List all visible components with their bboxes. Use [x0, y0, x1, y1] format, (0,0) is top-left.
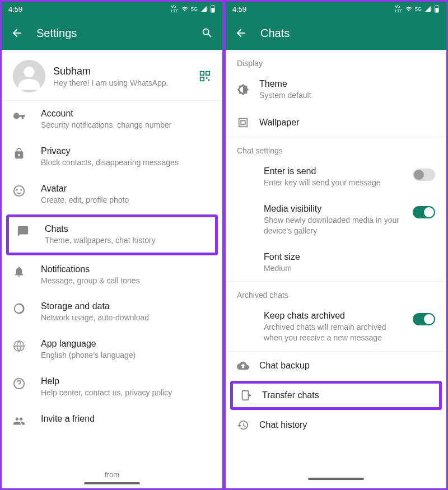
- svg-rect-16: [435, 8, 438, 12]
- header-title: Settings: [36, 27, 188, 40]
- status-bar: 4:59 VoLTE 5G: [2, 2, 222, 16]
- svg-rect-4: [200, 72, 204, 75]
- key-icon: [13, 110, 25, 122]
- wallpaper-icon: [237, 116, 249, 129]
- item-invite[interactable]: Invite a friend: [2, 406, 222, 435]
- item-chat-history[interactable]: Chat history: [226, 411, 446, 439]
- profile-row[interactable]: Subham Hey there! I am using WhatsApp.: [2, 50, 222, 100]
- section-archived: Archived chats: [226, 282, 446, 303]
- transfer-icon: [240, 389, 252, 402]
- svg-rect-19: [242, 391, 249, 400]
- toggle-enter-send[interactable]: [413, 169, 435, 181]
- profile-status: Hey there! I am using WhatsApp.: [53, 78, 191, 87]
- svg-rect-17: [239, 119, 248, 127]
- section-display: Display: [226, 50, 446, 71]
- svg-point-3: [24, 67, 34, 77]
- left-screenshot: 4:59 VoLTE 5G Settings Subham Hey there!…: [2, 2, 222, 488]
- lock-icon: [13, 147, 25, 160]
- item-keep-archived[interactable]: Keep chats archivedArchived chats will r…: [226, 303, 446, 351]
- svg-rect-6: [200, 77, 204, 81]
- item-account[interactable]: AccountSecurity notifications, change nu…: [2, 101, 222, 138]
- history-icon: [237, 419, 249, 431]
- status-bar: 4:59 VoLTE 5G: [226, 2, 446, 16]
- back-icon[interactable]: [11, 27, 23, 39]
- section-chat-settings: Chat settings: [226, 137, 446, 158]
- item-chat-backup[interactable]: Chat backup: [226, 352, 446, 380]
- status-time: 4:59: [8, 5, 22, 13]
- svg-rect-18: [241, 120, 245, 124]
- status-icons: VoLTE 5G: [395, 4, 440, 13]
- bell-icon: [13, 265, 25, 278]
- face-icon: [13, 185, 25, 197]
- footer: [226, 466, 446, 488]
- profile-info: Subham Hey there! I am using WhatsApp.: [53, 66, 191, 87]
- qr-icon[interactable]: [199, 70, 211, 82]
- people-icon: [13, 415, 25, 427]
- item-avatar[interactable]: AvatarCreate, edit, profile photo: [2, 176, 222, 213]
- nav-handle[interactable]: [308, 478, 364, 480]
- data-icon: [13, 302, 25, 315]
- svg-point-11: [20, 189, 22, 191]
- profile-name: Subham: [53, 66, 191, 77]
- svg-rect-1: [211, 8, 214, 12]
- nav-handle[interactable]: [84, 482, 140, 484]
- item-enter-send[interactable]: Enter is sendEnter key will send your me…: [226, 158, 446, 196]
- right-screenshot: 4:59 VoLTE 5G Chats Display ThemeSystem …: [226, 2, 446, 488]
- help-icon: [13, 377, 25, 390]
- item-storage[interactable]: Storage and dataNetwork usage, auto-down…: [2, 293, 222, 331]
- theme-icon: [237, 83, 249, 96]
- item-chats[interactable]: ChatsTheme, wallpapers, chat history: [6, 214, 218, 255]
- item-privacy[interactable]: PrivacyBlock contacts, disappearing mess…: [2, 138, 222, 176]
- settings-header: Settings: [2, 16, 222, 50]
- item-wallpaper[interactable]: Wallpaper: [226, 109, 446, 137]
- settings-content[interactable]: Subham Hey there! I am using WhatsApp. A…: [2, 50, 222, 488]
- toggle-keep-archived[interactable]: [413, 313, 435, 325]
- item-transfer-chats[interactable]: Transfer chats: [230, 381, 442, 410]
- chats-content[interactable]: Display ThemeSystem default Wallpaper Ch…: [226, 50, 446, 488]
- item-media-visibility[interactable]: Media visibilityShow newly downloaded me…: [226, 196, 446, 244]
- search-icon[interactable]: [201, 27, 213, 39]
- svg-point-10: [16, 189, 18, 191]
- toggle-media-visibility[interactable]: [413, 206, 435, 218]
- item-theme[interactable]: ThemeSystem default: [226, 71, 446, 109]
- svg-rect-8: [208, 80, 210, 81]
- back-icon[interactable]: [235, 27, 247, 39]
- chats-header: Chats: [226, 16, 446, 50]
- status-icons: VoLTE 5G: [171, 4, 216, 13]
- avatar: [13, 60, 45, 92]
- globe-icon: [13, 340, 25, 352]
- svg-point-9: [14, 186, 24, 196]
- chat-icon: [17, 225, 29, 237]
- item-notifications[interactable]: NotificationsMessage, group & call tones: [2, 256, 222, 294]
- item-help[interactable]: HelpHelp center, contact us, privacy pol…: [2, 368, 222, 406]
- svg-rect-7: [206, 77, 208, 79]
- footer: from: [2, 466, 222, 488]
- status-time: 4:59: [232, 5, 246, 13]
- item-font-size[interactable]: Font sizeMedium: [226, 244, 446, 282]
- svg-rect-5: [206, 72, 209, 75]
- header-title: Chats: [260, 27, 437, 40]
- cloud-icon: [237, 360, 249, 372]
- item-language[interactable]: App languageEnglish (phone's language): [2, 331, 222, 368]
